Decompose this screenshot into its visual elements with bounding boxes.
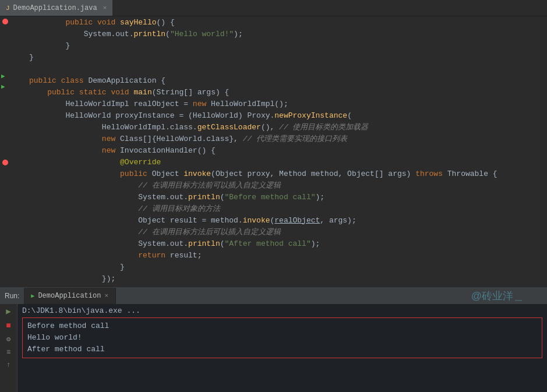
run-arrow-icon: ▶ — [1, 83, 5, 90]
gutter-line[interactable] — [0, 190, 23, 201]
code-line[interactable] — [23, 284, 547, 287]
run-tab[interactable]: ▶ DemoApplication × — [24, 288, 116, 304]
code-line[interactable]: @Override — [23, 156, 547, 168]
run-content: ▶ ■ ⚙ ≡ ↑ D:\JDK1.8\bin\java.exe ... Bef… — [0, 304, 547, 392]
gutter-line[interactable]: ▶ — [0, 70, 23, 82]
code-line[interactable] — [23, 63, 547, 75]
code-line[interactable]: System.out.println("Before method call")… — [23, 191, 547, 203]
gutter-line[interactable] — [0, 16, 23, 27]
code-line[interactable]: // 在调用目标方法前可以插入自定义逻辑 — [23, 179, 547, 191]
code-line[interactable]: HelloWorld proxyInstance = (HelloWorld) … — [23, 110, 547, 121]
gutter-line[interactable] — [0, 179, 23, 190]
code-line[interactable]: }); — [23, 273, 547, 284]
run-sidebar: ▶ ■ ⚙ ≡ ↑ — [0, 304, 17, 392]
file-tab[interactable]: J DemoApplication.java × — [0, 0, 112, 16]
gutter-line[interactable] — [0, 211, 23, 223]
run-result-box: Before method callHello world!After meth… — [22, 317, 542, 358]
code-line[interactable]: Object result = method.invoke(realObject… — [23, 214, 547, 226]
tab-close-icon[interactable]: × — [103, 5, 107, 12]
gutter-line[interactable] — [0, 103, 23, 114]
gutter-line[interactable] — [0, 200, 23, 211]
code-line[interactable]: new InvocationHandler() { — [23, 144, 547, 156]
main-content: ▶▶ public void sayHello() { System.out.p… — [0, 16, 547, 287]
gutter-line[interactable]: ▶ — [0, 82, 23, 93]
tab-bar: J DemoApplication.java × — [0, 0, 547, 16]
code-line[interactable]: } — [23, 40, 547, 51]
run-tab-icon: ▶ — [31, 292, 34, 299]
tab-label: DemoApplication.java — [13, 4, 97, 12]
run-play-icon[interactable]: ▶ — [6, 306, 10, 316]
code-line[interactable]: // 在调用目标方法后可以插入自定义逻辑 — [23, 226, 547, 238]
code-line[interactable]: } — [23, 261, 547, 273]
code-line[interactable]: public static void main(String[] args) { — [23, 86, 547, 98]
gutter-line[interactable] — [0, 49, 23, 60]
code-line[interactable]: public Object invoke(Object proxy, Metho… — [23, 168, 547, 179]
run-stop-icon[interactable]: ■ — [6, 321, 10, 330]
code-line[interactable]: System.out.println("After method call"); — [23, 238, 547, 249]
java-file-icon: J — [6, 5, 10, 12]
gutter-line[interactable] — [0, 276, 23, 287]
run-settings-icon[interactable]: ⚙ — [6, 335, 10, 344]
gutter-line[interactable] — [0, 27, 23, 38]
gutter-line[interactable] — [0, 222, 23, 233]
watermark-text: @砖业洋＿ — [471, 289, 524, 303]
gutter-line[interactable] — [0, 168, 23, 179]
gutter-line[interactable] — [0, 266, 23, 277]
gutter-line[interactable] — [0, 92, 23, 103]
gutter-line[interactable] — [0, 146, 23, 157]
run-up-icon[interactable]: ↑ — [6, 361, 10, 369]
gutter-line[interactable] — [0, 255, 23, 266]
run-output: D:\JDK1.8\bin\java.exe ... Before method… — [17, 304, 547, 392]
run-tab-close-icon[interactable]: × — [104, 292, 108, 299]
code-line[interactable]: public void sayHello() { — [23, 16, 547, 28]
run-arrow-icon: ▶ — [1, 72, 5, 80]
code-line[interactable]: return result; — [23, 249, 547, 261]
code-line[interactable]: HelloWorldImpl.class.getClassLoader(), /… — [23, 121, 547, 133]
gutter-line[interactable] — [0, 233, 23, 244]
bottom-panel: Run: ▶ DemoApplication × @砖业洋＿ ▶ ■ ⚙ ≡ ↑… — [0, 287, 547, 392]
gutter-line[interactable] — [0, 114, 23, 125]
gutter-line[interactable] — [0, 59, 23, 70]
gutter-line[interactable] — [0, 136, 23, 147]
code-area[interactable]: public void sayHello() { System.out.prin… — [23, 16, 547, 287]
breakpoint-dot — [2, 19, 8, 24]
gutter-line[interactable] — [0, 243, 23, 255]
run-scroll-icon[interactable]: ≡ — [6, 348, 10, 356]
run-cmd-line: D:\JDK1.8\bin\java.exe ... — [22, 306, 542, 315]
run-tab-bar: Run: ▶ DemoApplication × @砖业洋＿ — [0, 288, 547, 304]
run-label: Run: — [0, 292, 24, 300]
code-line[interactable]: System.out.println("Hello world!"); — [23, 28, 547, 40]
gutter-line[interactable] — [0, 125, 23, 136]
code-line[interactable]: } — [23, 51, 547, 63]
code-line[interactable]: // 调用目标对象的方法 — [23, 203, 547, 214]
code-line[interactable]: public class DemoApplication { — [23, 75, 547, 86]
code-line[interactable]: new Class[]{HelloWorld.class}, // 代理类需要实… — [23, 133, 547, 144]
output-line: Hello world! — [27, 332, 537, 344]
run-tab-label: DemoApplication — [38, 292, 101, 300]
gutter-line[interactable] — [0, 157, 23, 168]
line-gutter: ▶▶ — [0, 16, 23, 287]
code-line[interactable]: HelloWorldImpl realObject = new HelloWor… — [23, 98, 547, 110]
output-line: After method call — [27, 344, 537, 355]
gutter-line[interactable] — [0, 38, 23, 49]
breakpoint-dot — [2, 160, 8, 165]
output-line: Before method call — [27, 320, 537, 332]
